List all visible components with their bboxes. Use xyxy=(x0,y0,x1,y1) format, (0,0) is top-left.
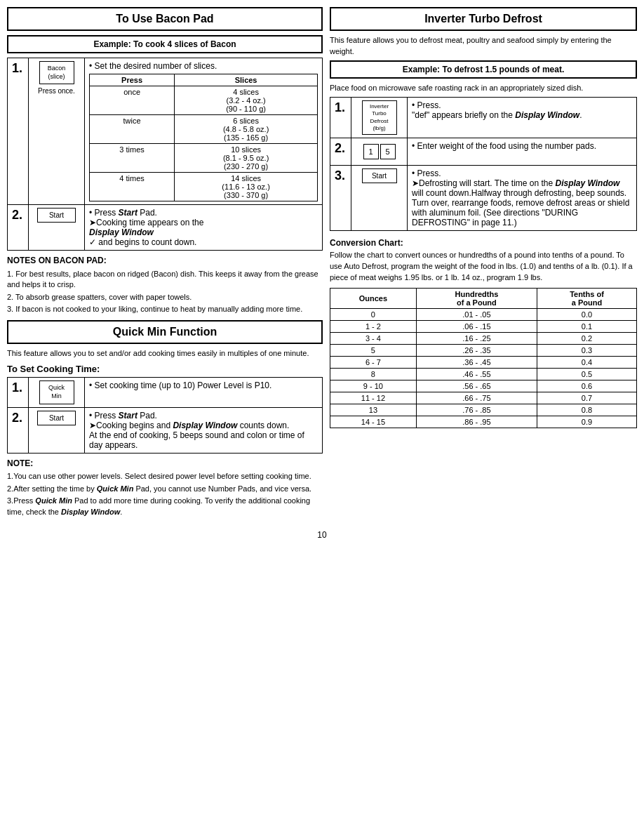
qm-step2-content: • Press Start Pad.➤Cooking begins and Di… xyxy=(85,407,323,453)
conv-oz-5: 8 xyxy=(330,369,417,380)
bacon-step1-num: 1. xyxy=(8,58,29,205)
qm-step1-icon-cell: QuickMin xyxy=(29,378,85,407)
inverter-example: Example: To defrost 1.5 pounds of meat. xyxy=(330,60,637,79)
inv-step1-content: • Press."def" appears briefly on the Dis… xyxy=(408,97,637,138)
bacon-inner-header: Press Slices xyxy=(90,74,318,86)
conv-hundredths-3: .26 - .35 xyxy=(416,345,537,357)
conv-oz-6: 9 - 10 xyxy=(330,380,417,392)
bacon-step1-content: • Set the desired number of slices. Pres… xyxy=(85,58,323,205)
qm-step1-instruction: • Set cooking time (up to 10) Power Leve… xyxy=(89,380,271,390)
qm-step1-content: • Set cooking time (up to 10) Power Leve… xyxy=(85,378,323,407)
bacon-step1-icon-cell: Bacon(slice) Press once. xyxy=(29,58,85,205)
bacon-title: To Use Bacon Pad xyxy=(7,7,323,31)
bacon-note-3: 3. If bacon is not cooked to your liking… xyxy=(7,304,323,315)
inv-step2-icon-cell: 1 5 xyxy=(351,138,408,166)
press-once-label: Press once. xyxy=(33,87,80,95)
bacon-row-1: twice 6 slices(4.8 - 5.8 oz.)(135 - 165 … xyxy=(90,115,318,144)
qm-step1-row: 1. QuickMin • Set cooking time (up to 10… xyxy=(8,378,323,407)
inv-step3-icon-cell: Start xyxy=(351,166,408,231)
bacon-press-0: once xyxy=(90,86,175,115)
qm-note-3: 3.Press Quick Min Pad to add more time d… xyxy=(7,496,323,517)
bacon-section: To Use Bacon Pad Example: To cook 4 slic… xyxy=(7,7,323,315)
conv-row-4: 6 - 7 .36 - .45 0.4 xyxy=(330,357,637,369)
bacon-row-3: 4 times 14 slices(11.6 - 13 oz.)(330 - 3… xyxy=(90,173,318,201)
bacon-row-2: 3 times 10 slices(8.1 - 9.5 oz.)(230 - 2… xyxy=(90,144,318,173)
conv-row-7: 11 - 12 .66 - .75 0.7 xyxy=(330,392,637,404)
conv-oz-0: 0 xyxy=(330,309,417,321)
bacon-slices-1: 6 slices(4.8 - 5.8 oz.)(135 - 165 g) xyxy=(175,115,318,144)
bacon-example: Example: To cook 4 slices of Bacon xyxy=(7,35,323,53)
inv-number-pad: 1 5 xyxy=(356,144,403,159)
conv-oz-2: 3 - 4 xyxy=(330,333,417,345)
press-col-header: Press xyxy=(90,74,175,86)
inverter-section: Inverter Turbo Defrost This feature allo… xyxy=(330,7,637,231)
conv-oz-8: 13 xyxy=(330,404,417,416)
inv-step2-text: • Enter weight of the food using the num… xyxy=(412,141,596,151)
conversion-header: Ounces Hundredthsof a Pound Tenths ofa P… xyxy=(330,289,637,309)
bacon-inner-table: Press Slices once 4 slices(3.2 - 4 oz.)(… xyxy=(89,74,318,201)
bacon-note-2: 2. To absorb grease spatters, cover with… xyxy=(7,292,323,303)
conversion-body: 0 .01 - .05 0.0 1 - 2 .06 - .15 0.1 3 - … xyxy=(330,309,637,428)
conv-tenths-5: 0.5 xyxy=(537,369,636,380)
place-food-text: Place food on microwave safe roasting ra… xyxy=(330,83,637,94)
conv-tenths-9: 0.9 xyxy=(537,416,636,428)
bacon-button[interactable]: Bacon(slice) xyxy=(39,61,74,84)
conv-oz-1: 1 - 2 xyxy=(330,321,417,333)
inv-start-button[interactable]: Start xyxy=(362,168,397,183)
conv-hundredths-7: .66 - .75 xyxy=(416,392,537,404)
qm-note-1: 1.You can use other power levels. Select… xyxy=(7,471,323,482)
inverter-title: Inverter Turbo Defrost xyxy=(330,7,637,31)
bacon-step1-row: 1. Bacon(slice) Press once. • Set the de… xyxy=(8,58,323,205)
conv-oz-7: 11 - 12 xyxy=(330,392,417,404)
conv-row-9: 14 - 15 .86 - .95 0.9 xyxy=(330,416,637,428)
inv-step3-content: • Press.➤Defrosting will start. The time… xyxy=(408,166,637,231)
bacon-slices-3: 14 slices(11.6 - 13 oz.)(330 - 370 g) xyxy=(175,173,318,201)
bacon-slices-0: 4 slices(3.2 - 4 oz.)(90 - 110 g) xyxy=(175,86,318,115)
inverter-button[interactable]: InverterTurboDefrost(lb/g) xyxy=(362,100,397,135)
conv-row-2: 3 - 4 .16 - .25 0.2 xyxy=(330,333,637,345)
inv-step2-content: • Enter weight of the food using the num… xyxy=(408,138,637,166)
conversion-text: Follow the chart to convert ounces or hu… xyxy=(330,250,637,284)
inv-step2-num: 2. xyxy=(330,138,351,166)
bacon-step2-num: 2. xyxy=(8,205,29,251)
conv-row-6: 9 - 10 .56 - .65 0.6 xyxy=(330,380,637,392)
bacon-row-0: once 4 slices(3.2 - 4 oz.)(90 - 110 g) xyxy=(90,86,318,115)
bacon-slices-2: 10 slices(8.1 - 9.5 oz.)(230 - 270 g) xyxy=(175,144,318,173)
bacon-press-1: twice xyxy=(90,115,175,144)
conv-tenths-0: 0.0 xyxy=(537,309,636,321)
bacon-start-button[interactable]: Start xyxy=(37,208,76,223)
conv-hundredths-5: .46 - .55 xyxy=(416,369,537,380)
quick-min-intro: This feature allows you to set and/or ad… xyxy=(7,348,323,359)
quick-min-notes: NOTE: 1.You can use other power levels. … xyxy=(7,458,323,517)
conversion-section: Conversion Chart: Follow the chart to co… xyxy=(330,238,637,428)
conversion-title: Conversion Chart: xyxy=(330,238,637,248)
conv-hundredths-6: .56 - .65 xyxy=(416,380,537,392)
qm-start-button[interactable]: Start xyxy=(37,411,76,425)
bacon-press-2: 3 times xyxy=(90,144,175,173)
bacon-notes-title: NOTES ON BACON PAD: xyxy=(7,255,323,267)
conv-col2-header: Hundredthsof a Pound xyxy=(416,289,537,309)
conv-row-3: 5 .26 - .35 0.3 xyxy=(330,345,637,357)
conv-tenths-6: 0.6 xyxy=(537,380,636,392)
conv-hundredths-1: .06 - .15 xyxy=(416,321,537,333)
conv-row-1: 1 - 2 .06 - .15 0.1 xyxy=(330,321,637,333)
conv-oz-3: 5 xyxy=(330,345,417,357)
left-column: To Use Bacon Pad Example: To cook 4 slic… xyxy=(7,7,323,523)
inv-step1-row: 1. InverterTurboDefrost(lb/g) • Press."d… xyxy=(330,97,637,138)
conv-hundredths-8: .76 - .85 xyxy=(416,404,537,416)
quick-min-button[interactable]: QuickMin xyxy=(39,380,74,404)
page-container: To Use Bacon Pad Example: To cook 4 slic… xyxy=(7,7,637,523)
inverter-intro: This feature allows you to defrost meat,… xyxy=(330,35,637,58)
qm-note-2: 2.After setting the time by Quick Min Pa… xyxy=(7,484,323,494)
quick-min-section: Quick Min Function This feature allows y… xyxy=(7,320,323,517)
bacon-step2-row: 2. Start • Press Start Pad.➤Cooking time… xyxy=(8,205,323,251)
inv-step2-row: 2. 1 5 • Enter weight of the food using … xyxy=(330,138,637,166)
bacon-notes: NOTES ON BACON PAD: 1. For best results,… xyxy=(7,255,323,315)
conv-hundredths-0: .01 - .05 xyxy=(416,309,537,321)
quick-min-steps-table: 1. QuickMin • Set cooking time (up to 10… xyxy=(7,377,323,453)
bacon-steps-table: 1. Bacon(slice) Press once. • Set the de… xyxy=(7,58,323,251)
conv-tenths-7: 0.7 xyxy=(537,392,636,404)
conv-tenths-4: 0.4 xyxy=(537,357,636,369)
inv-key-5: 5 xyxy=(380,144,396,159)
conversion-header-row: Ounces Hundredthsof a Pound Tenths ofa P… xyxy=(330,289,637,309)
